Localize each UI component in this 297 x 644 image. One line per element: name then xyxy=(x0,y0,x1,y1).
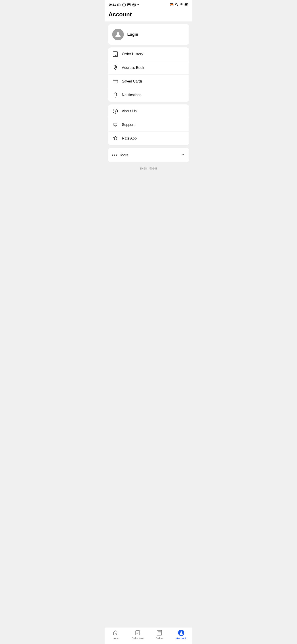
version-text: 10.28 - 50148 xyxy=(108,165,189,174)
camera-icon xyxy=(132,3,136,7)
battery-icon xyxy=(185,3,189,6)
rate-app-item[interactable]: Rate App xyxy=(108,132,189,145)
svg-rect-24 xyxy=(113,80,118,83)
order-history-icon xyxy=(112,51,118,57)
saved-cards-item[interactable]: Saved Cards xyxy=(108,74,189,88)
svg-rect-4 xyxy=(128,3,130,6)
order-history-item[interactable]: Order History xyxy=(108,48,189,61)
order-now-icon xyxy=(135,630,141,636)
svg-point-30 xyxy=(115,110,116,110)
nav-order-now[interactable]: Order Now xyxy=(127,630,149,640)
bottom-nav: Home Order Now Orders xyxy=(105,627,192,644)
user-avatar-icon xyxy=(114,31,122,38)
nav-account[interactable]: Account xyxy=(170,630,192,640)
support-item[interactable]: Support xyxy=(108,118,189,132)
nav-home-label: Home xyxy=(113,637,119,640)
page-header: Account xyxy=(105,8,192,22)
svg-point-3 xyxy=(124,4,124,4)
svg-rect-26 xyxy=(113,82,115,82)
about-us-label: About Us xyxy=(122,109,137,113)
more-card: More xyxy=(108,148,189,162)
saved-cards-label: Saved Cards xyxy=(122,80,143,84)
order-history-label: Order History xyxy=(122,52,143,56)
chevron-down-icon xyxy=(181,152,185,158)
support-icon xyxy=(112,122,118,128)
svg-rect-0 xyxy=(118,4,120,6)
sim-icon xyxy=(127,3,131,6)
info-icon xyxy=(122,3,126,6)
time-display: 00:31 xyxy=(109,3,116,6)
account-nav-icon xyxy=(178,630,184,636)
more-left: More xyxy=(112,153,128,157)
nav-home[interactable]: Home xyxy=(105,630,127,640)
key-icon xyxy=(175,3,178,6)
login-label: Login xyxy=(127,32,138,37)
saved-cards-icon xyxy=(112,78,118,84)
about-us-item[interactable]: About Us xyxy=(108,104,189,118)
dot-indicator: • xyxy=(137,2,139,7)
orders-icon xyxy=(156,630,162,636)
svg-point-23 xyxy=(115,66,116,68)
svg-point-39 xyxy=(180,632,182,633)
login-card: Login xyxy=(108,24,189,45)
svg-point-10 xyxy=(135,3,135,4)
nav-orders-label: Orders xyxy=(156,637,163,640)
notifications-icon xyxy=(112,92,118,98)
svg-rect-7 xyxy=(128,5,130,5)
nav-account-label: Account xyxy=(176,637,186,640)
rate-app-icon xyxy=(112,135,118,142)
svg-rect-18 xyxy=(185,4,187,5)
more-dots-icon xyxy=(112,154,117,156)
notifications-item[interactable]: Notifications xyxy=(108,88,189,102)
svg-rect-5 xyxy=(128,4,129,5)
avatar xyxy=(112,28,124,40)
primary-menu-card: Order History Address Book Saved Card xyxy=(108,48,189,102)
svg-rect-6 xyxy=(129,4,130,5)
svg-point-9 xyxy=(133,4,135,5)
content-area: Login Order History xyxy=(105,22,192,197)
cast-connected-icon xyxy=(170,3,174,6)
svg-rect-12 xyxy=(171,4,173,5)
support-label: Support xyxy=(122,123,135,127)
about-us-icon xyxy=(112,108,118,114)
address-book-label: Address Book xyxy=(122,66,144,70)
notifications-label: Notifications xyxy=(122,93,141,97)
secondary-menu-card: About Us Support Rate App xyxy=(108,104,189,145)
rate-app-label: Rate App xyxy=(122,136,137,140)
login-button[interactable]: Login xyxy=(108,24,189,45)
nav-orders[interactable]: Orders xyxy=(149,630,171,640)
more-button[interactable]: More xyxy=(108,148,189,162)
more-label: More xyxy=(120,153,128,157)
address-book-icon xyxy=(112,64,118,71)
svg-point-16 xyxy=(181,6,182,6)
home-icon xyxy=(113,630,119,636)
status-bar: 00:31 • xyxy=(105,0,192,8)
svg-point-13 xyxy=(175,3,177,5)
cast-icon xyxy=(117,3,121,6)
page-title: Account xyxy=(109,11,189,18)
wifi-icon xyxy=(180,3,183,6)
nav-order-now-label: Order Now xyxy=(132,637,143,640)
address-book-item[interactable]: Address Book xyxy=(108,61,189,74)
